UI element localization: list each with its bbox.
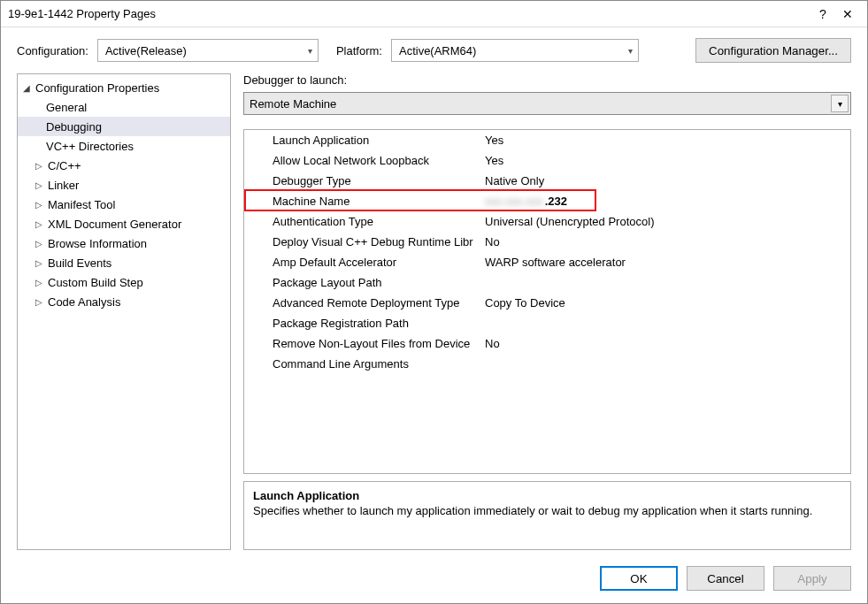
property-name: Authentication Type [244, 211, 483, 232]
property-name: Deploy Visual C++ Debug Runtime Libr [244, 232, 483, 252]
debugger-launch-value: Remote Machine [250, 97, 336, 111]
grid-row[interactable]: Allow Local Network LoopbackYes [244, 150, 850, 171]
grid-row[interactable]: Amp Default AcceleratorWARP software acc… [244, 252, 850, 272]
property-name: Machine Name [244, 191, 483, 211]
property-name: Package Layout Path [244, 272, 483, 293]
nav-tree[interactable]: ◢ Configuration Properties GeneralDebugg… [17, 73, 231, 550]
tree-item-build-events[interactable]: ▷Build Events [18, 253, 230, 272]
tree-item-general[interactable]: General [18, 97, 230, 117]
chevron-down-icon: ▾ [308, 46, 312, 56]
debugger-launch-label: Debugger to launch: [243, 73, 851, 87]
grid-row[interactable]: Authentication TypeUniversal (Unencrypte… [244, 211, 850, 232]
property-value[interactable]: xxx.xxx.xxx.232 [483, 191, 850, 211]
platform-label: Platform: [336, 44, 382, 57]
tree-item-browse-information[interactable]: ▷Browse Information [18, 233, 230, 253]
ok-button[interactable]: OK [600, 566, 678, 591]
grid-row[interactable]: Advanced Remote Deployment TypeCopy To D… [244, 293, 850, 313]
grid-row[interactable]: Remove Non-Layout Files from DeviceNo [244, 333, 850, 354]
property-value[interactable]: No [483, 232, 850, 252]
cancel-button[interactable]: Cancel [687, 566, 764, 591]
chevron-down-icon: ▾ [628, 46, 633, 56]
dialog-buttons: OK Cancel Apply [1, 559, 867, 603]
property-name: Debugger Type [244, 171, 483, 191]
property-value[interactable]: Copy To Device [483, 293, 850, 313]
grid-row[interactable]: Command Line Arguments [244, 354, 850, 374]
grid-row[interactable]: Deploy Visual C++ Debug Runtime LibrNo [244, 232, 850, 252]
property-value[interactable]: Yes [483, 130, 850, 150]
configuration-label: Configuration: [17, 44, 88, 57]
grid-row[interactable]: Machine Namexxx.xxx.xxx.232 [244, 191, 850, 211]
property-name: Amp Default Accelerator [244, 252, 483, 272]
grid-row[interactable]: Launch ApplicationYes [244, 130, 850, 150]
property-value[interactable]: Yes [483, 150, 850, 171]
expand-icon[interactable]: ▷ [35, 239, 46, 248]
description-panel: Launch Application Specifies whether to … [243, 481, 851, 550]
window-title: 19-9e1-1442 Property Pages [8, 7, 810, 20]
close-button[interactable]: ✕ [835, 7, 860, 21]
description-title: Launch Application [253, 489, 841, 502]
apply-button[interactable]: Apply [773, 566, 851, 591]
expand-icon[interactable]: ▷ [35, 258, 46, 268]
property-value[interactable]: No [483, 333, 850, 354]
tree-item-manifest-tool[interactable]: ▷Manifest Tool [18, 195, 230, 214]
expand-icon[interactable]: ▷ [35, 200, 46, 210]
property-value[interactable]: Universal (Unencrypted Protocol) [483, 211, 850, 232]
property-value[interactable] [483, 354, 850, 374]
tree-item-custom-build-step[interactable]: ▷Custom Build Step [18, 272, 230, 292]
expand-icon[interactable]: ▷ [35, 180, 46, 190]
description-body: Specifies whether to launch my applicati… [253, 504, 841, 517]
chevron-down-icon[interactable]: ▾ [831, 95, 849, 112]
property-name: Remove Non-Layout Files from Device [244, 333, 483, 354]
config-row: Configuration: Active(Release) ▾ Platfor… [1, 27, 867, 70]
property-name: Launch Application [244, 130, 483, 150]
expand-icon[interactable]: ▷ [35, 161, 46, 171]
tree-item-c-c-[interactable]: ▷C/C++ [18, 156, 230, 175]
tree-item-debugging[interactable]: Debugging [18, 117, 230, 136]
collapse-icon[interactable]: ◢ [23, 83, 34, 93]
grid-row[interactable]: Package Registration Path [244, 313, 850, 333]
debugger-launch-dropdown[interactable]: Remote Machine ▾ [243, 92, 851, 115]
configuration-manager-button[interactable]: Configuration Manager... [695, 38, 851, 63]
property-name: Package Registration Path [244, 313, 483, 333]
grid-row[interactable]: Package Layout Path [244, 272, 850, 293]
tree-item-xml-document-generator[interactable]: ▷XML Document Generator [18, 214, 230, 233]
property-value[interactable]: WARP software accelerator [483, 252, 850, 272]
help-button[interactable]: ? [810, 7, 835, 21]
property-name: Command Line Arguments [244, 354, 483, 374]
tree-root[interactable]: ◢ Configuration Properties [18, 78, 230, 97]
tree-item-code-analysis[interactable]: ▷Code Analysis [18, 292, 230, 311]
property-value[interactable] [483, 272, 850, 293]
property-name: Allow Local Network Loopback [244, 150, 483, 171]
expand-icon[interactable]: ▷ [35, 297, 46, 307]
platform-value: Active(ARM64) [399, 44, 476, 57]
property-grid[interactable]: Launch ApplicationYesAllow Local Network… [243, 129, 851, 474]
expand-icon[interactable]: ▷ [35, 219, 46, 229]
property-value[interactable] [483, 313, 850, 333]
tree-item-vc-directories[interactable]: VC++ Directories [18, 136, 230, 156]
expand-icon[interactable]: ▷ [35, 278, 46, 287]
platform-dropdown[interactable]: Active(ARM64) ▾ [391, 39, 639, 62]
configuration-value: Active(Release) [105, 44, 187, 57]
property-value[interactable]: Native Only [483, 171, 850, 191]
grid-row[interactable]: Debugger TypeNative Only [244, 171, 850, 191]
configuration-dropdown[interactable]: Active(Release) ▾ [97, 39, 319, 62]
tree-item-linker[interactable]: ▷Linker [18, 175, 230, 195]
title-bar: 19-9e1-1442 Property Pages ? ✕ [1, 1, 867, 27]
property-name: Advanced Remote Deployment Type [244, 293, 483, 313]
